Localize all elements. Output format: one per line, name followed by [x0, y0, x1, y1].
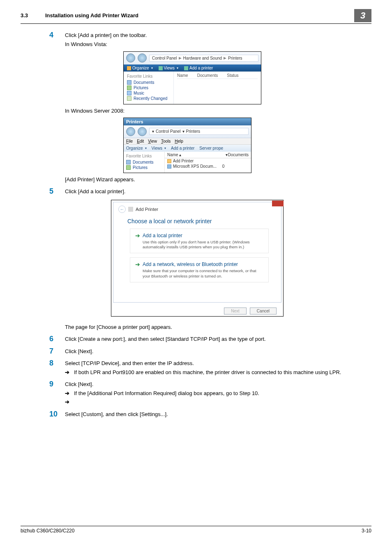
toolbar-add-printer[interactable]: Add a printer [184, 66, 213, 70]
favorites-header: Favorite Links [127, 74, 170, 79]
sidebar-link-recent[interactable]: Recently Changed [127, 96, 170, 101]
arrow-icon: ➔ [65, 389, 74, 398]
step-4-number: 4 [49, 31, 65, 49]
wizard-heading: Choose a local or network printer [113, 215, 281, 229]
nav-back-icon[interactable] [126, 53, 135, 62]
toolbar-add-printer[interactable]: Add a printer [171, 146, 194, 150]
toolbar-views[interactable]: Views [152, 146, 166, 150]
sidebar-link-pictures[interactable]: Pictures [127, 86, 170, 90]
list-item[interactable]: Add Printer [165, 158, 251, 164]
step-10-text: Select [Custom], and then click [Setting… [65, 410, 371, 419]
step-9-note-2 [74, 398, 371, 406]
sidebar-link-documents[interactable]: Documents [126, 160, 162, 164]
menu-edit[interactable]: Edit [137, 139, 144, 143]
breadcrumb-item[interactable]: Hardware and Sound [183, 56, 222, 60]
close-icon[interactable] [272, 201, 284, 206]
server-2008-label: In Windows Server 2008: [65, 107, 371, 115]
list-item[interactable]: Microsoft XPS Docum... 0 [165, 164, 251, 169]
pictures-icon [127, 86, 131, 90]
step-7-text: Click [Next]. [65, 347, 371, 356]
footer-page: 3-10 [362, 528, 371, 534]
toolbar-organize[interactable]: Organize [126, 146, 147, 150]
nav-forward-icon[interactable] [138, 53, 147, 62]
cancel-button[interactable]: Cancel [250, 308, 277, 314]
breadcrumb-item[interactable]: Control Panel [156, 129, 181, 134]
col-name[interactable]: Name [177, 73, 188, 78]
step-8-text: Select [TCP/IP Device], and then enter t… [65, 359, 371, 368]
step-4-text-1: Click [Add a printer] on the toolbar. [65, 31, 371, 39]
arrow-right-icon: ➔ [135, 261, 140, 268]
wizard-appears-text: [Add Printer] Wizard appears. [65, 176, 371, 184]
step-6-text: Click [Create a new port:], and then sel… [65, 335, 371, 343]
toolbar-views[interactable]: Views [159, 66, 179, 70]
menu-file[interactable]: File [126, 139, 133, 143]
chevron-right-icon: ▶ [224, 56, 226, 60]
breadcrumb[interactable]: ▾ Control Panel ▾ Printers [149, 128, 249, 135]
step-6-number: 6 [49, 335, 65, 344]
printer-icon [167, 164, 171, 169]
window-title: Printers [124, 118, 251, 125]
menu-tools[interactable]: Tools [161, 139, 171, 143]
arrow-right-icon: ➔ [135, 232, 140, 239]
step-9-number: 9 [49, 380, 65, 407]
step-4-text-2: In Windows Vista: [65, 40, 371, 49]
footer-model: bizhub C360/C280/C220 [21, 528, 74, 534]
folder-icon [127, 66, 131, 70]
step-8-number: 8 [49, 359, 65, 377]
wizard-option-network-desc: Make sure that your computer is connecte… [143, 268, 263, 279]
breadcrumb-item[interactable]: Control Panel [152, 56, 177, 60]
col-documents[interactable]: Documents [197, 73, 218, 78]
step-5-text: Click [Add a local printer]. [65, 187, 371, 196]
step-5-number: 5 [49, 187, 65, 197]
step-7-number: 7 [49, 347, 65, 356]
arrow-icon: ➔ [65, 398, 74, 406]
breadcrumb-item[interactable]: Printers [186, 129, 200, 134]
music-icon [127, 91, 131, 95]
screenshot-vista: Control Panel ▶ Hardware and Sound ▶ Pri… [123, 51, 261, 104]
step-10-number: 10 [49, 410, 65, 419]
sidebar-link-documents[interactable]: Documents [127, 80, 170, 85]
screenshot-add-printer-wizard: ← Add Printer Choose a local or network … [111, 200, 284, 317]
nav-forward-icon[interactable] [138, 127, 147, 136]
choose-port-text: The page for [Choose a printer port] app… [65, 323, 371, 331]
menu-help[interactable]: Help [175, 139, 183, 143]
printer-icon [128, 207, 133, 212]
wizard-option-network[interactable]: ➔Add a network, wireless or Bluetooth pr… [130, 257, 269, 282]
col-documents[interactable]: Documents [228, 153, 249, 157]
toolbar-server-properties[interactable]: Server prope [199, 146, 223, 150]
breadcrumb-item[interactable]: Printers [228, 56, 242, 60]
chapter-badge: 3 [354, 9, 371, 22]
recent-icon [127, 96, 131, 101]
wizard-option-local[interactable]: ➔Add a local printer Use this option onl… [130, 229, 269, 254]
section-title: Installation using Add Printer Wizard [45, 12, 354, 18]
sidebar-link-pictures[interactable]: Pictures [126, 165, 162, 170]
wizard-back-icon[interactable]: ← [118, 206, 126, 213]
views-icon [159, 66, 163, 70]
nav-back-icon[interactable] [126, 127, 135, 136]
step-9-note-1: If the [Additional Port Information Requ… [74, 389, 371, 398]
menu-bar: File Edit View Tools Help [124, 138, 251, 145]
section-number: 3.3 [21, 12, 45, 18]
next-button: Next [224, 308, 247, 314]
breadcrumb[interactable]: Control Panel ▶ Hardware and Sound ▶ Pri… [149, 55, 258, 62]
documents-icon [127, 80, 131, 85]
screenshot-server2008: Printers ▾ Control Panel ▾ Printers File… [123, 118, 251, 173]
favorites-header: Favorite Links [126, 154, 162, 158]
menu-view[interactable]: View [148, 139, 157, 143]
toolbar-organize[interactable]: Organize [127, 66, 153, 70]
arrow-icon: ➔ [65, 368, 74, 377]
documents-icon [126, 160, 131, 164]
printer-icon [167, 159, 171, 163]
printer-icon [184, 66, 188, 70]
step-8-note-1: If both LPR and Port9100 are enabled on … [74, 368, 371, 377]
col-status[interactable]: Status [227, 73, 238, 78]
sidebar-link-music[interactable]: Music [127, 91, 170, 95]
step-9-text: Click [Next]. [65, 380, 371, 388]
col-name[interactable]: Name ▴ [167, 153, 226, 157]
wizard-option-local-desc: Use this option only if you don't have a… [143, 240, 263, 250]
pictures-icon [126, 165, 131, 170]
chevron-right-icon: ▶ [179, 56, 182, 60]
wizard-title: Add Printer [136, 207, 158, 212]
